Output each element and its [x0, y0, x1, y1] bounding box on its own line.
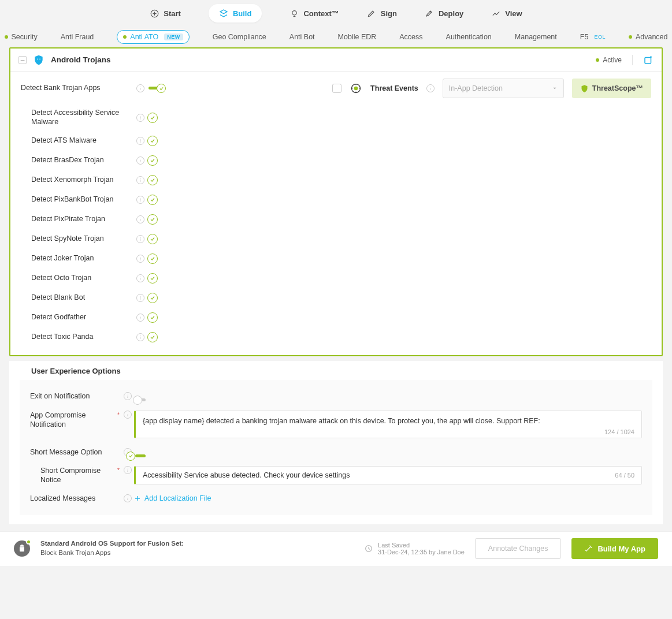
enabled-check-icon[interactable]	[147, 136, 158, 146]
panel-header: – Android Trojans Active	[10, 49, 662, 72]
enabled-check-icon[interactable]	[147, 113, 158, 123]
nav-context[interactable]: Context™	[289, 9, 339, 18]
info-icon[interactable]: i	[124, 392, 132, 400]
info-icon[interactable]: i	[136, 274, 144, 282]
status-label: Active	[603, 56, 622, 64]
eol-badge: EOL	[594, 34, 606, 40]
subnav-advanced[interactable]: Advanced	[629, 33, 668, 41]
subnav-antiato[interactable]: Anti ATONEW	[117, 30, 189, 44]
nav-label: Context™	[303, 9, 339, 18]
info-icon[interactable]: i	[136, 235, 144, 243]
status-dot-icon	[629, 35, 632, 39]
ux-label: Exit on Notification	[30, 391, 116, 401]
nav-view[interactable]: View	[491, 9, 522, 18]
setting-label: Detect PixBankBot Trojan	[31, 195, 133, 204]
info-icon[interactable]: i	[136, 215, 144, 223]
nav-deploy[interactable]: Deploy	[425, 9, 463, 18]
char-counter: 124 / 1024	[143, 428, 634, 435]
sub-setting-row: Detect Blank Bot i	[31, 288, 651, 308]
subnav-geo[interactable]: Geo Compliance	[213, 33, 266, 41]
info-icon[interactable]: i	[136, 84, 144, 92]
collapse-icon[interactable]: –	[18, 56, 27, 64]
short-notice-input[interactable]: Accessibility Service abuse detected. Ch…	[134, 466, 642, 484]
enabled-check-icon[interactable]	[147, 253, 158, 264]
nav-label: Start	[164, 9, 181, 18]
add-localization-link[interactable]: Add Localization File	[134, 494, 642, 502]
save-preset-icon[interactable]	[643, 55, 654, 65]
footer-bar: Standard Android OS Support for Fusion S…	[0, 531, 672, 566]
svg-point-1	[292, 10, 297, 15]
enabled-check-icon[interactable]	[147, 155, 158, 166]
trend-icon	[491, 9, 500, 18]
threat-events-checkbox[interactable]	[332, 84, 341, 93]
footer-line1: Standard Android OS Support for Fusion S…	[40, 539, 184, 549]
nav-start[interactable]: Start	[150, 9, 181, 18]
enabled-check-icon[interactable]	[147, 175, 158, 185]
subnav-mobileedr[interactable]: Mobile EDR	[338, 33, 377, 41]
subnav-antibot[interactable]: Anti Bot	[289, 33, 315, 41]
ux-options-title: User Experience Options	[20, 361, 652, 380]
ux-label: Short Message Option	[30, 448, 116, 457]
ux-exit-row: Exit on Notification i	[30, 387, 642, 405]
threatscope-label: ThreatScope™	[592, 84, 643, 92]
build-icon	[219, 9, 228, 18]
subnav-label: Management	[515, 33, 557, 41]
info-icon[interactable]: i	[124, 494, 132, 502]
subnav-mgmt[interactable]: Management	[515, 33, 557, 41]
enabled-check-icon[interactable]	[147, 195, 158, 205]
sub-setting-row: Detect Toxic Panda i	[31, 327, 651, 347]
info-icon[interactable]: i	[136, 137, 144, 145]
sub-setting-row: Detect Godfather i	[31, 308, 651, 327]
detection-select[interactable]: In-App Detection	[443, 79, 564, 98]
info-icon[interactable]: i	[136, 114, 144, 122]
threatscope-button[interactable]: ThreatScope™	[572, 79, 651, 98]
setting-label: Detect Blank Bot	[31, 293, 133, 303]
nav-build[interactable]: Build	[209, 4, 262, 23]
nav-sign[interactable]: Sign	[367, 9, 397, 18]
enabled-check-icon[interactable]	[147, 273, 158, 284]
info-icon[interactable]: i	[136, 333, 144, 341]
nav-label: View	[505, 9, 522, 18]
enabled-check-icon[interactable]	[147, 214, 158, 225]
info-icon[interactable]: i	[136, 176, 144, 184]
subnav-label: Anti Bot	[289, 33, 315, 41]
select-placeholder: In-App Detection	[449, 84, 503, 92]
info-icon[interactable]: i	[136, 196, 144, 204]
enabled-check-icon[interactable]	[147, 234, 158, 244]
subnav-auth[interactable]: Authentication	[446, 33, 492, 41]
status-dot-icon	[123, 35, 127, 39]
subnav-access[interactable]: Access	[399, 33, 422, 41]
ux-label: Short Compromise Notice	[30, 466, 116, 485]
last-saved-block: Last Saved 31-Dec-24, 12:35 by Jane Doe	[364, 542, 465, 555]
subnav-label: Security	[12, 33, 38, 41]
status-dot-icon	[26, 539, 31, 545]
subnav-label: Advanced	[636, 33, 668, 41]
top-nav: Start Build Context™ Sign Deploy	[0, 0, 672, 27]
textarea-text: {app display name} detected a banking tr…	[143, 417, 634, 425]
app-compromise-textarea[interactable]: {app display name} detected a banking tr…	[134, 411, 642, 438]
required-asterisk: *	[116, 411, 121, 418]
sub-setting-row: Detect PixBankBot Trojan i	[31, 190, 651, 210]
enabled-check-icon[interactable]	[147, 293, 158, 303]
setting-label: Detect Godfather	[31, 313, 133, 322]
detect-bank-trojan-toggle[interactable]	[147, 84, 165, 92]
android-icon	[14, 540, 30, 557]
info-icon[interactable]: i	[124, 411, 132, 419]
subnav-f5[interactable]: F5EOL	[580, 33, 606, 41]
info-icon[interactable]: i	[136, 156, 144, 165]
build-my-app-button[interactable]: Build My App	[571, 538, 658, 559]
divider	[632, 55, 633, 65]
ux-localized-row: Localized Messages i Add Localization Fi…	[30, 489, 642, 508]
annotate-changes-button[interactable]: Annotate Changes	[475, 538, 562, 559]
enabled-check-icon[interactable]	[147, 312, 158, 323]
info-icon[interactable]: i	[136, 294, 144, 302]
ux-short-msg-row: Short Message Option i	[30, 443, 642, 461]
subnav-security[interactable]: Security	[5, 33, 38, 41]
enabled-check-icon[interactable]	[147, 332, 158, 342]
info-icon[interactable]: i	[136, 314, 144, 322]
info-icon[interactable]: i	[124, 466, 132, 474]
info-icon[interactable]: i	[136, 255, 144, 263]
ux-app-compromise-row: App Compromise Notification * i {app dis…	[30, 406, 642, 443]
info-icon[interactable]: i	[426, 84, 435, 92]
subnav-antifraud[interactable]: Anti Fraud	[61, 33, 94, 41]
